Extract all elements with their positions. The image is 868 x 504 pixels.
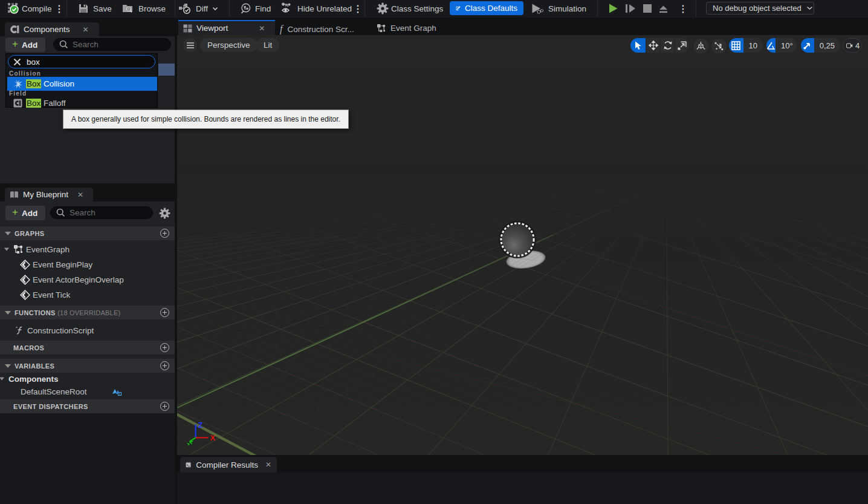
- svg-text:X: X: [210, 433, 216, 442]
- svg-text:Z: Z: [198, 421, 203, 430]
